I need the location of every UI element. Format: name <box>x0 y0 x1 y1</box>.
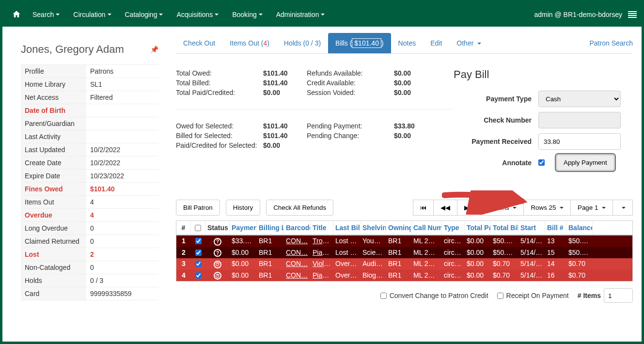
tab-edit[interactable]: Edit <box>423 34 449 52</box>
payment-type-select[interactable]: Cash <box>538 91 621 107</box>
col-checkbox[interactable] <box>191 221 205 235</box>
top-nav: Search Circulation Cataloging Acquisitio… <box>2 2 642 27</box>
tab-other[interactable]: Other <box>449 34 488 52</box>
col-type[interactable]: Type <box>442 221 465 235</box>
patron-profile-table: ProfilePatrons Home LibrarySL1 Net Acces… <box>21 64 158 300</box>
menu-administration[interactable]: Administration <box>269 3 332 26</box>
check-number-input <box>538 112 621 128</box>
rows-dropdown[interactable]: Rows 25 <box>524 200 571 216</box>
menu-booking[interactable]: Booking <box>225 3 269 26</box>
pin-icon[interactable]: 📌 <box>150 46 158 53</box>
col-title[interactable]: Title <box>311 221 333 235</box>
table-row[interactable]: 4⏱$0.00BR1CON…Piano…Over…Biogr…BR1ML 2…c… <box>176 270 632 281</box>
hamburger-icon[interactable] <box>628 11 637 18</box>
items-count-input[interactable] <box>604 288 633 303</box>
menu-cataloging[interactable]: Cataloging <box>118 3 170 26</box>
bill-totals: Total Owed: Total Billed: Total Paid/Cre… <box>176 68 454 175</box>
tab-items-out[interactable]: Items Out (4) <box>222 34 277 52</box>
col-status[interactable]: Status <box>205 221 230 235</box>
more-dropdown[interactable] <box>613 200 633 216</box>
annotate-checkbox[interactable] <box>538 159 545 166</box>
bills-grid: # Status Payment Billing L Barcode Title… <box>176 220 633 281</box>
check-all-refunds-button[interactable]: Check All Refunds <box>266 200 333 216</box>
col-number[interactable]: # <box>176 221 191 235</box>
tab-notes[interactable]: Notes <box>391 34 424 52</box>
grid-actions: Bill Patron History Check All Refunds ⏮ … <box>176 200 633 216</box>
col-payment[interactable]: Payment <box>230 221 257 235</box>
col-bill-num[interactable]: Bill # <box>545 221 566 235</box>
actions-dropdown[interactable]: Actions <box>481 200 524 216</box>
col-start[interactable]: Start <box>518 221 545 235</box>
patron-name: Jones, Gregory Adam <box>21 43 124 56</box>
pay-bill-form: Pay Bill Payment Type Cash Check Number … <box>454 68 633 175</box>
history-button[interactable]: History <box>226 200 260 216</box>
convert-credit-checkbox[interactable]: Convert Change to Patron Credit <box>380 292 488 299</box>
menu-circulation[interactable]: Circulation <box>66 3 118 26</box>
col-owning[interactable]: Owning <box>386 221 411 235</box>
col-total-paid[interactable]: Total Pa <box>465 221 491 235</box>
page-first-button[interactable]: ⏮ <box>413 200 434 216</box>
menu-acquisitions[interactable]: Acquisitions <box>170 3 225 26</box>
table-row[interactable]: 2?$0.00BR1CON…Piano…Lost …Scien…BR1ML 2…… <box>176 247 632 259</box>
col-barcode[interactable]: Barcode <box>284 221 311 235</box>
col-billing-loc[interactable]: Billing L <box>257 221 284 235</box>
col-call-num[interactable]: Call Num <box>411 221 442 235</box>
col-shelving[interactable]: Shelving <box>361 221 386 235</box>
grid-footer: Convert Change to Patron Credit Receipt … <box>176 288 633 303</box>
bill-patron-button[interactable]: Bill Patron <box>176 200 220 216</box>
home-icon[interactable] <box>7 10 26 20</box>
patron-tabs: Check Out Items Out (4) Holds (0 / 3) Bi… <box>176 33 633 54</box>
admin-label[interactable]: admin @ BR1-demo-bdorsey <box>528 11 628 18</box>
patron-sidebar: Jones, Gregory Adam 📌 ProfilePatrons Hom… <box>2 27 167 303</box>
payment-received-input[interactable] <box>538 133 621 150</box>
page-dropdown[interactable]: Page 1 <box>571 200 613 216</box>
col-last-bill[interactable]: Last Bill <box>333 221 361 235</box>
tab-bills[interactable]: Bills ($101.40) <box>328 33 391 53</box>
col-total-billed[interactable]: Total Bil <box>491 221 518 235</box>
table-row[interactable]: 3⏱$0.00BR1CON…Violin…Over…Audio…BR1ML 2…… <box>176 258 632 270</box>
tab-checkout[interactable]: Check Out <box>176 34 222 52</box>
page-next-button[interactable]: ▶▶ <box>457 200 481 216</box>
page-prev-button[interactable]: ◀◀ <box>434 200 457 216</box>
pay-bill-title: Pay Bill <box>454 68 633 81</box>
col-balance[interactable]: Balance <box>566 221 593 235</box>
menu-search[interactable]: Search <box>26 3 66 26</box>
patron-search-link[interactable]: Patron Search <box>590 34 633 52</box>
table-row[interactable]: 1?$33.8…BR1CON…Trom…Lost …Youn…BR1ML 2…c… <box>176 235 632 247</box>
apply-payment-button[interactable]: Apply Payment <box>556 155 614 171</box>
tab-holds[interactable]: Holds (0 / 3) <box>277 34 328 52</box>
receipt-checkbox[interactable]: Receipt On Payment <box>497 292 569 299</box>
